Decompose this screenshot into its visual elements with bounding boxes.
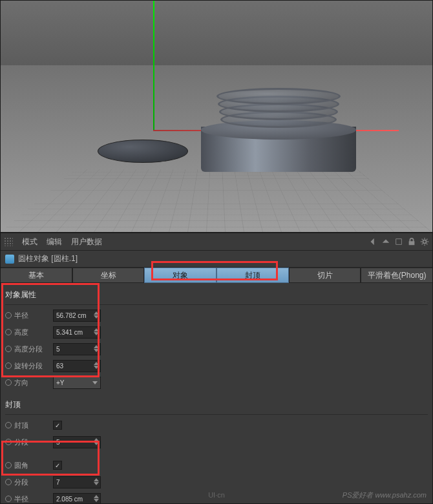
- label-direction: 方向: [14, 378, 50, 388]
- spinner-icon[interactable]: [94, 345, 99, 354]
- prop-radius: 半径 56.782 cm: [5, 308, 428, 323]
- key-icon[interactable]: [5, 312, 12, 319]
- field-height-seg[interactable]: 5: [53, 343, 101, 355]
- field-fillet-seg[interactable]: 7: [53, 476, 101, 488]
- object-cylinder: [201, 88, 356, 172]
- menu-mode[interactable]: 模式: [22, 236, 37, 247]
- spinner-icon[interactable]: [94, 438, 99, 447]
- tab-basic[interactable]: 基本: [0, 268, 72, 283]
- section-title-object: 对象属性: [5, 287, 428, 305]
- prop-cap-seg: 分段 5: [5, 434, 428, 450]
- label-cap-seg: 分段: [14, 437, 50, 447]
- key-icon[interactable]: [5, 462, 12, 468]
- object-disc: [98, 140, 188, 163]
- prop-direction: 方向 +Y: [5, 375, 428, 390]
- key-icon[interactable]: [5, 439, 12, 445]
- tab-coord[interactable]: 坐标: [72, 268, 145, 283]
- spinner-icon[interactable]: [94, 328, 99, 337]
- spinner-icon[interactable]: [94, 478, 99, 487]
- key-icon[interactable]: [5, 329, 12, 335]
- object-properties-panel: 对象属性 半径 56.782 cm 高度 5.341 cm 高度分段 5 旋转分…: [0, 283, 433, 393]
- prop-fillet-seg: 分段 7: [5, 474, 428, 490]
- chevron-down-icon: [92, 381, 98, 384]
- object-title-bar: 圆柱对象 [圆柱.1]: [0, 251, 433, 268]
- tab-object[interactable]: 对象: [144, 268, 216, 283]
- label-fillet-seg: 分段: [14, 478, 50, 487]
- viewport[interactable]: [0, 0, 433, 233]
- prop-fillet: 圆角 ✓: [5, 457, 428, 473]
- cylinder-icon: [5, 255, 14, 264]
- axis-y: [153, 1, 154, 130]
- nav-up-icon[interactable]: [381, 237, 390, 246]
- svg-point-0: [423, 240, 426, 243]
- prop-cap: 封顶 ✓: [5, 417, 428, 433]
- field-rot-seg[interactable]: 63: [53, 360, 101, 372]
- key-icon[interactable]: [5, 479, 12, 485]
- key-icon[interactable]: [5, 379, 12, 386]
- key-icon[interactable]: [5, 346, 12, 352]
- field-direction[interactable]: +Y: [53, 377, 101, 389]
- cap-properties-panel: 封顶 封顶 ✓ 分段 5 圆角 ✓ 分段 7 半径 2.085 cm: [0, 393, 433, 504]
- field-cap-seg[interactable]: 5: [53, 436, 101, 448]
- checkbox-cap[interactable]: ✓: [53, 421, 62, 430]
- tab-slice[interactable]: 切片: [289, 268, 361, 283]
- tab-cap[interactable]: 封顶: [216, 268, 289, 283]
- attribute-menu-bar: 模式 编辑 用户数据: [0, 233, 433, 251]
- label-rot-seg: 旋转分段: [14, 361, 50, 371]
- watermark-right: PS爱好者 www.psahz.com: [343, 490, 427, 500]
- label-cap: 封顶: [14, 421, 50, 430]
- grip-icon: [4, 237, 13, 246]
- gear-icon[interactable]: [420, 237, 429, 246]
- tab-phong[interactable]: 平滑着色(Phong): [361, 268, 433, 283]
- menu-edit[interactable]: 编辑: [47, 236, 62, 247]
- object-title: 圆柱对象 [圆柱.1]: [18, 253, 78, 264]
- prop-height: 高度 5.341 cm: [5, 324, 428, 340]
- checkbox-fillet[interactable]: ✓: [53, 461, 62, 470]
- lock-icon[interactable]: [407, 237, 416, 246]
- key-icon[interactable]: [5, 362, 12, 369]
- floor-grid: [1, 169, 432, 232]
- field-radius[interactable]: 56.782 cm: [53, 310, 101, 322]
- nav-prev-icon[interactable]: [368, 237, 377, 246]
- nav-fn-icon[interactable]: [394, 237, 403, 246]
- label-height: 高度: [14, 328, 50, 337]
- section-title-cap: 封顶: [5, 397, 428, 415]
- label-height-seg: 高度分段: [14, 344, 50, 354]
- label-radius: 半径: [14, 311, 50, 320]
- menu-userdata[interactable]: 用户数据: [71, 236, 102, 247]
- field-height[interactable]: 5.341 cm: [53, 326, 101, 339]
- prop-height-seg: 高度分段 5: [5, 341, 428, 357]
- label-fillet: 圆角: [14, 461, 50, 470]
- spinner-icon[interactable]: [94, 362, 99, 371]
- tab-row: 基本 坐标 对象 封顶 切片 平滑着色(Phong): [0, 268, 433, 283]
- spinner-icon[interactable]: [94, 311, 99, 320]
- key-icon[interactable]: [5, 422, 12, 428]
- prop-rot-seg: 旋转分段 63: [5, 358, 428, 373]
